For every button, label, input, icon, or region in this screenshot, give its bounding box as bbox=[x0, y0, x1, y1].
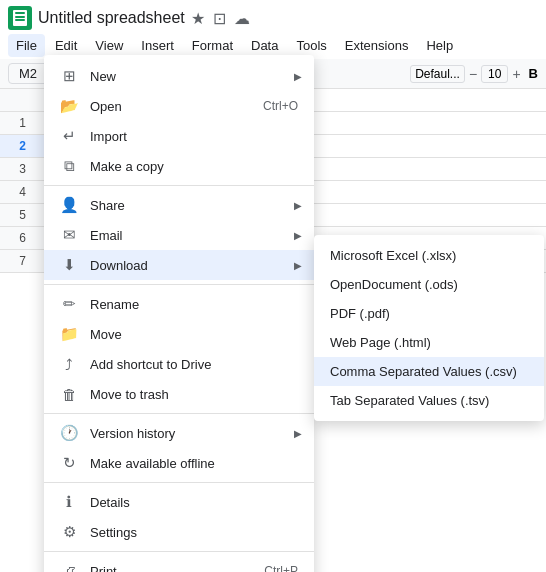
row-num-3: 3 bbox=[0, 158, 46, 180]
menu-item-offline-label: Make available offline bbox=[90, 456, 215, 471]
menu-item-rename-label: Rename bbox=[90, 297, 139, 312]
menu-item-rename[interactable]: ✏ Rename bbox=[44, 289, 314, 319]
menu-item-share-label: Share bbox=[90, 198, 125, 213]
row-num-2: 2 bbox=[0, 135, 46, 157]
bold-icon[interactable]: B bbox=[529, 66, 538, 81]
menu-item-download-label: Download bbox=[90, 258, 148, 273]
divider-2 bbox=[44, 284, 314, 285]
menu-format[interactable]: Format bbox=[184, 34, 241, 57]
menu-item-move-trash[interactable]: 🗑 Move to trash bbox=[44, 379, 314, 409]
menu-insert[interactable]: Insert bbox=[133, 34, 182, 57]
menu-item-move[interactable]: 📁 Move bbox=[44, 319, 314, 349]
menu-item-email[interactable]: ✉ Email bbox=[44, 220, 314, 250]
download-excel[interactable]: Microsoft Excel (.xlsx) bbox=[314, 241, 544, 270]
pdf-label: PDF (.pdf) bbox=[330, 306, 390, 321]
tsv-label: Tab Separated Values (.tsv) bbox=[330, 393, 489, 408]
info-icon: ℹ bbox=[60, 493, 78, 511]
app-icon bbox=[8, 6, 32, 30]
menu-item-trash-label: Move to trash bbox=[90, 387, 169, 402]
menu-item-open[interactable]: 📂 Open Ctrl+O bbox=[44, 91, 314, 121]
plus-button[interactable]: + bbox=[512, 66, 520, 82]
download-ods[interactable]: OpenDocument (.ods) bbox=[314, 270, 544, 299]
download-tsv[interactable]: Tab Separated Values (.tsv) bbox=[314, 386, 544, 415]
row-num-1: 1 bbox=[0, 112, 46, 134]
font-size[interactable]: 10 bbox=[481, 65, 508, 83]
menu-tools[interactable]: Tools bbox=[288, 34, 334, 57]
row-num-5: 5 bbox=[0, 204, 46, 226]
divider-3 bbox=[44, 413, 314, 414]
menu-item-copy-label: Make a copy bbox=[90, 159, 164, 174]
menu-view[interactable]: View bbox=[87, 34, 131, 57]
cloud-icon[interactable]: ☁ bbox=[234, 9, 250, 28]
minus-button[interactable]: − bbox=[469, 66, 477, 82]
open-shortcut: Ctrl+O bbox=[263, 99, 298, 113]
menu-help[interactable]: Help bbox=[418, 34, 461, 57]
trash-icon: 🗑 bbox=[60, 385, 78, 403]
share-icon: 👤 bbox=[60, 196, 78, 214]
menu-item-version-history[interactable]: 🕐 Version history bbox=[44, 418, 314, 448]
download-pdf[interactable]: PDF (.pdf) bbox=[314, 299, 544, 328]
divider-4 bbox=[44, 482, 314, 483]
folder-icon: 📂 bbox=[60, 97, 78, 115]
menu-item-download[interactable]: ⬇ Download bbox=[44, 250, 314, 280]
row-num-4: 4 bbox=[0, 181, 46, 203]
menu-item-settings[interactable]: ⚙ Settings bbox=[44, 517, 314, 547]
divider-5 bbox=[44, 551, 314, 552]
download-html[interactable]: Web Page (.html) bbox=[314, 328, 544, 357]
divider-1 bbox=[44, 185, 314, 186]
rename-icon: ✏ bbox=[60, 295, 78, 313]
menu-item-import-label: Import bbox=[90, 129, 127, 144]
title-icons: ★ ⊡ ☁ bbox=[191, 9, 250, 28]
download-icon: ⬇ bbox=[60, 256, 78, 274]
menu-data[interactable]: Data bbox=[243, 34, 286, 57]
menu-item-offline[interactable]: ↻ Make available offline bbox=[44, 448, 314, 478]
shortcut-icon: ⤴ bbox=[60, 355, 78, 373]
menu-edit[interactable]: Edit bbox=[47, 34, 85, 57]
drive-icon[interactable]: ⊡ bbox=[213, 9, 226, 28]
ods-label: OpenDocument (.ods) bbox=[330, 277, 458, 292]
download-csv[interactable]: Comma Separated Values (.csv) bbox=[314, 357, 544, 386]
cell-reference-box[interactable]: M2 bbox=[8, 63, 48, 84]
print-icon: 🖨 bbox=[60, 562, 78, 572]
row-num-6: 6 bbox=[0, 227, 46, 249]
file-menu-dropdown: ⊞ New 📂 Open Ctrl+O ↵ Import ⧉ Make a co… bbox=[44, 55, 314, 572]
print-shortcut: Ctrl+P bbox=[264, 564, 298, 572]
download-submenu: Microsoft Excel (.xlsx) OpenDocument (.o… bbox=[314, 235, 544, 421]
menu-item-import[interactable]: ↵ Import bbox=[44, 121, 314, 151]
excel-label: Microsoft Excel (.xlsx) bbox=[330, 248, 456, 263]
menu-item-move-label: Move bbox=[90, 327, 122, 342]
menu-item-settings-label: Settings bbox=[90, 525, 137, 540]
menu-item-make-copy[interactable]: ⧉ Make a copy bbox=[44, 151, 314, 181]
email-icon: ✉ bbox=[60, 226, 78, 244]
menu-item-print-label: Print bbox=[90, 564, 117, 573]
menu-item-share[interactable]: 👤 Share bbox=[44, 190, 314, 220]
row-num-7: 7 bbox=[0, 250, 46, 272]
menu-item-print[interactable]: 🖨 Print Ctrl+P bbox=[44, 556, 314, 572]
csv-label: Comma Separated Values (.csv) bbox=[330, 364, 517, 379]
menu-item-details[interactable]: ℹ Details bbox=[44, 487, 314, 517]
menu-extensions[interactable]: Extensions bbox=[337, 34, 417, 57]
html-label: Web Page (.html) bbox=[330, 335, 431, 350]
history-icon: 🕐 bbox=[60, 424, 78, 442]
menu-item-history-label: Version history bbox=[90, 426, 175, 441]
menu-item-open-label: Open bbox=[90, 99, 122, 114]
star-icon[interactable]: ★ bbox=[191, 9, 205, 28]
settings-icon: ⚙ bbox=[60, 523, 78, 541]
move-icon: 📁 bbox=[60, 325, 78, 343]
menu-item-add-shortcut[interactable]: ⤴ Add shortcut to Drive bbox=[44, 349, 314, 379]
menu-item-new[interactable]: ⊞ New bbox=[44, 61, 314, 91]
menu-item-details-label: Details bbox=[90, 495, 130, 510]
font-name[interactable]: Defaul... bbox=[410, 65, 465, 83]
menu-file[interactable]: File bbox=[8, 34, 45, 57]
menu-item-new-label: New bbox=[90, 69, 116, 84]
title-bar: Untitled spreadsheet ★ ⊡ ☁ bbox=[0, 0, 546, 32]
menu-item-shortcut-label: Add shortcut to Drive bbox=[90, 357, 211, 372]
import-icon: ↵ bbox=[60, 127, 78, 145]
corner-cell bbox=[0, 89, 46, 111]
offline-icon: ↻ bbox=[60, 454, 78, 472]
document-title[interactable]: Untitled spreadsheet bbox=[38, 9, 185, 27]
menu-item-email-label: Email bbox=[90, 228, 123, 243]
plus-square-icon: ⊞ bbox=[60, 67, 78, 85]
copy-icon: ⧉ bbox=[60, 157, 78, 175]
